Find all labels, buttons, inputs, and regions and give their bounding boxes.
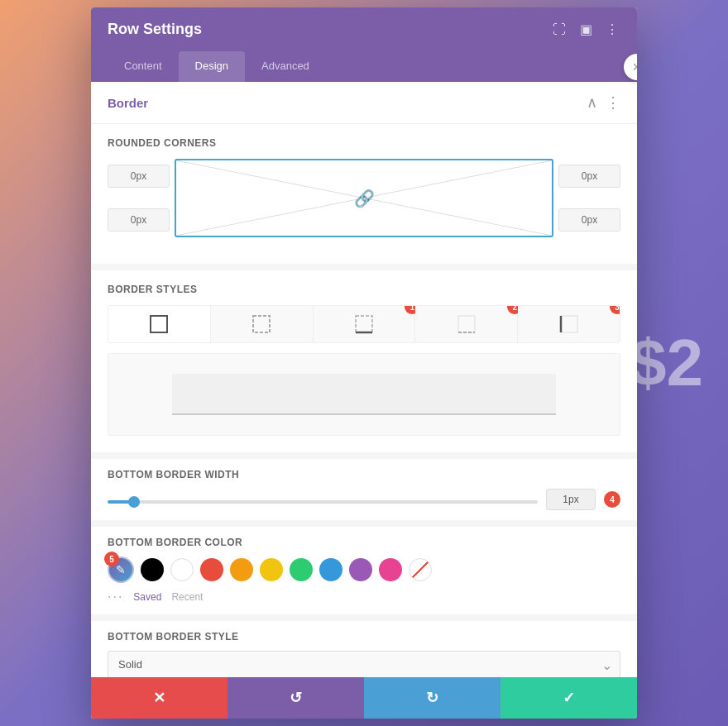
select-wrapper: Solid Dashed Dotted Double None ⌄ xyxy=(108,651,620,677)
tab-advanced[interactable]: Advanced xyxy=(245,51,326,82)
svg-rect-6 xyxy=(458,316,475,332)
tabs: Content Design Advanced xyxy=(91,51,637,82)
dashed-border-icon xyxy=(251,314,271,334)
color-swatches: 5 ✎ xyxy=(108,556,620,583)
solid-border-icon xyxy=(149,314,169,334)
top-right-input[interactable] xyxy=(558,165,620,188)
bottom-border-color-section: Bottom Border Color 5 ✎ ··· xyxy=(91,520,637,614)
link-chain-icon[interactable]: 🔗 xyxy=(354,189,375,208)
rounded-corners-section: Rounded Corners 🔗 xyxy=(91,124,637,264)
border-style-buttons: 1 2 3 xyxy=(108,305,620,343)
rounded-corners-label: Rounded Corners xyxy=(108,137,620,149)
badge-3: 3 xyxy=(610,305,620,314)
recent-label[interactable]: Recent xyxy=(171,591,203,603)
slider-container xyxy=(108,492,538,507)
bottom-right-corner xyxy=(558,208,620,232)
bottom-border-color-label: Bottom Border Color xyxy=(108,537,620,548)
corners-grid: 🔗 xyxy=(108,159,620,237)
modal-footer: ✕ ↺ ↻ ✓ xyxy=(91,677,637,719)
close-icon: ✕ xyxy=(632,60,637,74)
border-style-select[interactable]: Solid Dashed Dotted Double None xyxy=(108,651,620,677)
color-white[interactable] xyxy=(170,558,194,581)
top-right-corner xyxy=(558,165,620,188)
color-yellow[interactable] xyxy=(260,558,283,581)
svg-rect-2 xyxy=(151,316,167,332)
center-preview: 🔗 xyxy=(175,159,553,237)
border-section-header: Border ∧ ⋮ xyxy=(91,82,637,124)
tab-design[interactable]: Design xyxy=(179,51,245,82)
bottom-border-style-label: Bottom Border Style xyxy=(108,631,620,642)
border-preview-inner xyxy=(172,374,556,415)
bottom-dashed-icon xyxy=(457,314,477,334)
slider-row: 4 xyxy=(108,489,620,510)
bottom-solid-icon xyxy=(354,314,374,334)
svg-rect-8 xyxy=(561,316,577,332)
border-styles-section: Border Styles xyxy=(91,264,637,452)
cancel-button[interactable]: ✕ xyxy=(91,677,228,719)
border-style-dashed[interactable] xyxy=(211,306,314,342)
saved-label[interactable]: Saved xyxy=(133,591,161,603)
border-style-solid[interactable] xyxy=(108,306,211,342)
bottom-border-width-section: Bottom Border Width 4 xyxy=(91,452,637,520)
top-left-corner xyxy=(108,165,170,188)
bottom-border-width-label: Bottom Border Width xyxy=(108,469,620,480)
modal-body: Border ∧ ⋮ Rounded Corners xyxy=(91,82,637,677)
border-preview xyxy=(108,353,620,436)
color-picker-button[interactable]: 5 ✎ xyxy=(108,556,134,583)
color-pink[interactable] xyxy=(379,558,402,581)
eyedropper-icon: ✎ xyxy=(116,563,126,576)
save-button[interactable]: ✓ xyxy=(500,677,637,719)
modal: ✕ Row Settings ⛶ ▣ ⋮ Content Design Adva… xyxy=(91,7,637,719)
color-eraser[interactable] xyxy=(409,558,432,581)
color-purple[interactable] xyxy=(349,558,372,581)
border-styles-label: Border Styles xyxy=(108,284,620,295)
layout-icon[interactable]: ▣ xyxy=(577,21,594,38)
width-value-input[interactable] xyxy=(546,489,596,510)
width-slider[interactable] xyxy=(108,500,538,504)
color-black[interactable] xyxy=(141,558,164,581)
color-picker-badge: 5 xyxy=(104,552,119,566)
color-green[interactable] xyxy=(290,558,313,581)
modal-title: Row Settings xyxy=(108,21,202,38)
border-style-bottom-dashed[interactable]: 2 xyxy=(415,306,518,342)
fullscreen-icon[interactable]: ⛶ xyxy=(551,21,568,38)
saved-recent-row: ··· Saved Recent xyxy=(108,590,620,604)
dots-icon: ··· xyxy=(108,590,123,604)
reset-button[interactable]: ↺ xyxy=(228,677,364,719)
redo-button[interactable]: ↻ xyxy=(364,677,500,719)
left-border-icon xyxy=(559,314,579,334)
width-badge: 4 xyxy=(604,491,620,508)
bottom-left-input[interactable] xyxy=(108,208,170,232)
svg-rect-3 xyxy=(253,316,270,332)
bottom-right-input[interactable] xyxy=(558,208,620,232)
collapse-icon[interactable]: ∧ xyxy=(587,93,597,112)
tab-content[interactable]: Content xyxy=(108,51,179,82)
color-orange[interactable] xyxy=(230,558,253,581)
border-style-bottom-solid[interactable]: 1 xyxy=(314,306,416,342)
bottom-border-style-section: Bottom Border Style Solid Dashed Dotted … xyxy=(91,614,637,677)
modal-header: Row Settings ⛶ ▣ ⋮ xyxy=(91,7,637,51)
color-red[interactable] xyxy=(200,558,223,581)
corner-preview-box: 🔗 xyxy=(175,159,553,237)
svg-rect-4 xyxy=(356,316,372,332)
bottom-left-corner xyxy=(108,208,170,232)
border-title: Border xyxy=(108,96,148,110)
border-style-left[interactable]: 3 xyxy=(518,306,620,342)
header-icons: ⛶ ▣ ⋮ xyxy=(551,21,620,38)
more-icon[interactable]: ⋮ xyxy=(604,21,620,38)
section-header-icons: ∧ ⋮ xyxy=(587,93,620,112)
section-more-icon[interactable]: ⋮ xyxy=(606,93,620,112)
top-left-input[interactable] xyxy=(108,165,170,188)
color-blue[interactable] xyxy=(319,558,342,581)
background-price: $2 xyxy=(630,325,703,401)
